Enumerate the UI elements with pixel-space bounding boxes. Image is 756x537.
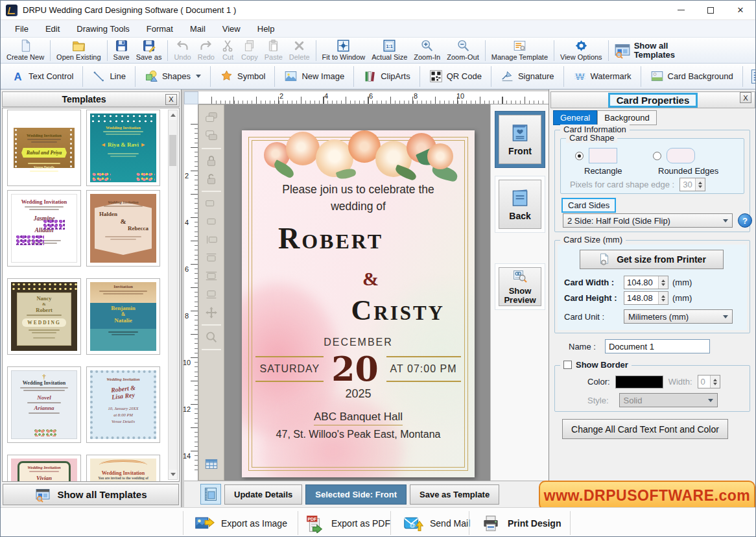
tab-general[interactable]: General bbox=[553, 110, 597, 125]
template-thumbnail-rahul-priya[interactable]: Wedding Invitation Rahul and Priya Venue… bbox=[7, 110, 81, 186]
menu-edit[interactable]: Edit bbox=[38, 21, 67, 36]
show-card-properties-button[interactable]: Show Card Properties bbox=[746, 67, 756, 85]
new-image-button[interactable]: New Image bbox=[278, 67, 351, 86]
fit-to-window-button[interactable]: Fit to Window bbox=[319, 38, 369, 62]
spinner-arrows[interactable] bbox=[710, 376, 720, 388]
border-width-spinner[interactable]: 0 bbox=[698, 375, 720, 388]
spinner-arrows[interactable] bbox=[658, 276, 668, 289]
change-all-text-font-button[interactable]: Change All Card Text Font and Color bbox=[562, 419, 728, 439]
card-sides-dropdown[interactable]: 2 Side: Half Fold (Side Flip) bbox=[563, 213, 733, 228]
watermark-button[interactable]: W Watermark bbox=[567, 67, 638, 86]
card-intro-text[interactable]: Please join us to celebrate the wedding … bbox=[242, 181, 475, 215]
card-venue[interactable]: ABC Banquet Hall bbox=[242, 411, 475, 424]
paste-button[interactable]: Paste bbox=[261, 38, 286, 62]
save-as-button[interactable]: Save as bbox=[133, 38, 165, 62]
align-top-icon[interactable] bbox=[204, 251, 219, 265]
align-middle-icon[interactable] bbox=[204, 269, 219, 283]
menu-file[interactable]: File bbox=[7, 21, 36, 36]
minimize-button[interactable] bbox=[666, 1, 696, 19]
show-preview-button[interactable]: Show Preview bbox=[499, 267, 541, 306]
spinner-arrows[interactable] bbox=[695, 178, 705, 191]
copy-button[interactable]: Copy bbox=[238, 38, 261, 62]
unlock-icon[interactable] bbox=[204, 172, 219, 186]
save-button[interactable]: Save bbox=[110, 38, 133, 62]
print-design-button[interactable]: Print Design bbox=[480, 508, 561, 537]
redo-button[interactable]: Redo bbox=[195, 38, 218, 62]
scroll-down-button[interactable] bbox=[169, 470, 177, 479]
qr-code-button[interactable]: QR Code bbox=[423, 67, 488, 86]
zoom-in-button[interactable]: Zoom-In bbox=[410, 38, 443, 62]
send-mail-button[interactable]: @ Send Mail bbox=[403, 508, 470, 537]
card-sides-help-button[interactable]: ? bbox=[738, 213, 752, 228]
shape-edge-pixels-spinner[interactable]: 30 bbox=[679, 178, 705, 191]
view-options-button[interactable]: View Options bbox=[557, 38, 606, 62]
properties-close-button[interactable]: X bbox=[740, 92, 751, 103]
magnifier-icon[interactable] bbox=[204, 330, 219, 344]
menu-help[interactable]: Help bbox=[250, 21, 283, 36]
card-bride-name[interactable]: Cristy bbox=[242, 294, 475, 327]
align-bottom-icon[interactable] bbox=[204, 287, 219, 302]
templates-scrollbar[interactable] bbox=[168, 110, 178, 480]
update-details-button[interactable]: Update Details bbox=[224, 484, 302, 505]
template-thumbnail-vivian[interactable]: Wedding Invitation Vivian bbox=[7, 455, 81, 482]
move-icon[interactable] bbox=[204, 305, 219, 320]
text-control-button[interactable]: A Text Control bbox=[5, 67, 80, 86]
export-as-image-button[interactable]: Export as Image bbox=[194, 508, 287, 537]
undo-button[interactable]: Undo bbox=[171, 38, 194, 62]
show-border-checkbox[interactable] bbox=[563, 361, 572, 369]
template-thumbnail-nancy-robert[interactable]: Nancy & Robert WEDDING bbox=[7, 278, 81, 355]
card-unit-dropdown[interactable]: Milimeters (mm) bbox=[624, 309, 733, 324]
card-ampersand[interactable]: & bbox=[242, 268, 475, 290]
back-side-button[interactable]: Back bbox=[499, 180, 541, 229]
scrollbar-thumb[interactable] bbox=[169, 135, 176, 166]
line-button[interactable]: Line bbox=[86, 67, 132, 86]
menu-view[interactable]: View bbox=[215, 21, 248, 36]
card-address[interactable]: 47, St. Willoo's Peak East, Montana bbox=[242, 429, 475, 440]
grid-toggle-button[interactable] bbox=[204, 455, 219, 476]
menu-drawing-tools[interactable]: Drawing Tools bbox=[69, 21, 137, 36]
template-thumbnail-riya-ravi[interactable]: Wedding Invitation ◄ Riya & Ravi ► bbox=[86, 110, 160, 186]
get-size-from-printer-button[interactable]: Get size from Printer bbox=[580, 250, 724, 269]
delete-button[interactable]: Delete bbox=[286, 38, 313, 62]
design-canvas[interactable]: Please join us to celebrate the wedding … bbox=[224, 104, 490, 481]
actual-size-button[interactable]: 1:1 Actual Size bbox=[368, 38, 410, 62]
template-thumbnail-jasmine-alladin[interactable]: Wedding Invitation Jasmine Alladin bbox=[7, 190, 81, 267]
show-all-templates-button[interactable]: Show all Templates bbox=[611, 42, 683, 59]
selected-side-button[interactable]: Selected Side: Front bbox=[305, 484, 407, 505]
bring-to-front-icon[interactable] bbox=[204, 111, 219, 125]
show-all-templates-panel-button[interactable]: Show all Templates bbox=[3, 484, 179, 505]
scroll-up-button[interactable] bbox=[169, 110, 177, 120]
zoom-out-button[interactable]: Zoom-Out bbox=[443, 38, 482, 62]
template-thumbnail-halden-rebecca[interactable]: Wedding Invitation Halden & Rebecca bbox=[86, 190, 160, 267]
close-button[interactable]: ✕ bbox=[726, 1, 755, 19]
menu-mail[interactable]: Mail bbox=[182, 21, 213, 36]
save-as-template-button[interactable]: Save as Template bbox=[410, 484, 499, 505]
shapes-button[interactable]: Shapes bbox=[138, 67, 207, 86]
card-date-row[interactable]: SATURDAY 20 AT 07:00 PM bbox=[242, 352, 475, 386]
align-center-icon[interactable] bbox=[204, 215, 219, 229]
card-month[interactable]: DECEMBER bbox=[242, 337, 475, 348]
canvas-settings-button[interactable] bbox=[200, 484, 221, 505]
menu-format[interactable]: Format bbox=[139, 21, 181, 36]
open-existing-button[interactable]: Open Existing bbox=[53, 38, 104, 62]
templates-close-button[interactable]: X bbox=[165, 94, 177, 105]
rounded-edges-radio[interactable] bbox=[653, 152, 661, 160]
rectangle-radio[interactable] bbox=[575, 152, 584, 160]
front-side-button[interactable]: Front bbox=[499, 115, 541, 164]
card-groom-name[interactable]: Robert bbox=[242, 221, 475, 256]
document-name-input[interactable]: Document 1 bbox=[605, 339, 710, 353]
card-height-spinner[interactable]: 148.08 bbox=[624, 291, 668, 305]
template-thumbnail-benjamin-natalie[interactable]: Invitation Benjamin & Natalie bbox=[86, 278, 160, 355]
symbol-button[interactable]: Symbol bbox=[213, 67, 272, 86]
card-year[interactable]: 2025 bbox=[242, 387, 475, 401]
next-arrow[interactable]: ► bbox=[140, 141, 146, 148]
cut-button[interactable]: Cut bbox=[218, 38, 238, 62]
template-thumbnail-russell-mack[interactable]: Wedding Invitation You are invited to th… bbox=[86, 455, 160, 482]
cliparts-button[interactable]: ClipArts bbox=[357, 67, 417, 86]
border-color-swatch[interactable] bbox=[615, 376, 663, 388]
send-to-back-icon[interactable] bbox=[204, 129, 219, 143]
template-thumbnail-robert-lisa[interactable]: Wedding Invitation Robert & Lisa Rey 10,… bbox=[86, 366, 160, 443]
prev-arrow[interactable]: ◄ bbox=[100, 141, 106, 148]
align-right-icon[interactable] bbox=[204, 233, 219, 247]
template-thumbnail-novel-arianna[interactable]: † Wedding Invitation Novel Arianna bbox=[7, 366, 81, 443]
